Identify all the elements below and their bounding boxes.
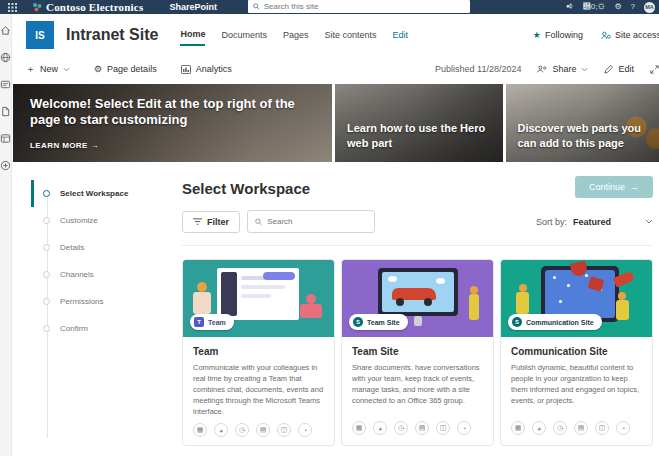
account-avatar[interactable]: MA [644,2,655,13]
new-button[interactable]: ＋ New [26,63,70,76]
home-icon[interactable] [0,24,11,36]
star-icon: ★ [533,30,541,40]
site-logo[interactable]: IS [26,21,54,49]
site-title: Intranet Site [66,26,158,44]
suite-search[interactable] [248,0,470,13]
analytics-button[interactable]: Analytics [181,64,232,74]
news-icon[interactable] [0,78,11,90]
checklist-icon[interactable]: ▤ [574,421,588,435]
brand-name: Contoso Electronics [46,1,143,13]
card-team[interactable]: T Team Team Communicate with your collea… [182,259,335,446]
history-icon[interactable]: ◷ [235,423,249,437]
card-title: Communication Site [511,346,642,357]
step-dot [43,190,50,197]
library-icon[interactable] [0,132,11,144]
pencil-icon [604,65,613,74]
team-badge: T Team [190,314,234,330]
step-label: Customize [60,216,98,225]
calendar-icon[interactable]: ▦ [511,421,525,435]
edit-button[interactable]: Edit [604,64,634,74]
filter-button[interactable]: Filter [182,211,240,233]
timer-icon[interactable]: ◔ [457,421,471,435]
analytics-icon [181,65,191,74]
step-select-workspace[interactable]: Select Workspace [31,180,156,207]
book-icon[interactable]: ◫ [277,423,291,437]
command-bar: ＋ New ⚙ Page details Analytics Published… [12,56,659,82]
nav-home[interactable]: Home [180,25,205,46]
share-label: Share [552,64,576,74]
card-communication-site[interactable]: S Communication Site Communication Site … [500,259,653,446]
nav-documents[interactable]: Documents [221,26,267,45]
page-icon[interactable] [0,105,11,117]
hero-webpart: Welcome! Select Edit at the top right of… [12,82,659,164]
history-icon[interactable]: ◷ [553,421,567,435]
sharepoint-icon: S [353,317,363,327]
chevron-down-icon [63,67,70,72]
share-button[interactable]: Share [537,64,588,74]
clock-icon[interactable]: ◕ [532,421,546,435]
hero-tile-discover-webparts[interactable]: Discover web parts you can add to this p… [506,84,659,162]
nav-edit[interactable]: Edit [393,26,409,45]
timer-icon[interactable]: ◔ [616,421,630,435]
expand-icon[interactable] [650,65,659,74]
card-feature-icons: ▦ ◕ ◷ ▤ ◫ ◔ [193,423,324,437]
site-header: IS Intranet Site Home Documents Pages Si… [12,14,659,56]
edit-label: Edit [618,64,634,74]
learn-more-link[interactable]: LEARN MORE → [30,141,99,150]
suite-search-input[interactable] [264,2,465,11]
announcement-icon[interactable]: 🕫 [566,3,574,11]
page-details-button[interactable]: ⚙ Page details [94,64,157,74]
clock-icon[interactable]: ◕ [373,421,387,435]
product-name[interactable]: SharePoint [169,2,217,12]
site-nav: Home Documents Pages Site contents Edit [180,25,408,46]
create-new-icon[interactable] [0,159,11,171]
brand[interactable]: Contoso Electronics [32,1,143,13]
sort-by-label: Sort by: [536,217,567,227]
card-team-site[interactable]: S Team Site Team Site Share documents, h… [341,259,494,446]
contoso-logo-icon [32,2,42,12]
workspace-search[interactable] [247,210,375,233]
workspace-cards: T Team Team Communicate with your collea… [182,259,653,446]
nav-pages[interactable]: Pages [283,26,309,45]
calendar-icon[interactable]: ▦ [193,423,207,437]
filter-icon [193,218,202,226]
nav-site-contents[interactable]: Site contents [325,26,377,45]
settings-gear-icon[interactable]: ⚙ [614,3,621,11]
step-label: Channels [60,270,94,279]
hero-tile-welcome[interactable]: Welcome! Select Edit at the top right of… [13,84,332,162]
wizard-steps: Select Workspace Customize Details Chann… [34,176,156,456]
checklist-icon[interactable]: ▤ [256,423,270,437]
timer-icon[interactable]: ◔ [298,423,312,437]
step-channels[interactable]: Channels [34,261,156,288]
help-icon[interactable]: ? [631,3,635,11]
workspace-wizard: Select Workspace Customize Details Chann… [12,164,659,456]
checklist-icon[interactable]: ▤ [415,421,429,435]
arrow-right-icon: → [90,141,98,150]
clock-icon[interactable]: ◕ [214,423,228,437]
page-title: Select Workspace [182,176,310,197]
app-launcher-icon[interactable] [0,3,24,12]
team-site-illustration: S Team Site [342,260,493,337]
workspace-search-input[interactable] [267,217,367,226]
person-settings-icon[interactable]: ὎0;⚙ [583,3,606,11]
badge-label: Communication Site [526,319,594,326]
gear-icon: ⚙ [94,64,102,74]
history-icon[interactable]: ◷ [394,421,408,435]
globe-icon[interactable] [0,51,11,63]
book-icon[interactable]: ◫ [436,421,450,435]
book-icon[interactable]: ◫ [595,421,609,435]
step-details[interactable]: Details [34,234,156,261]
step-confirm[interactable]: Confirm [34,315,156,342]
team-site-badge: S Team Site [349,314,408,330]
following-button[interactable]: ★ Following [533,30,583,40]
continue-button[interactable]: Continue → [575,176,653,198]
badge-label: Team [208,319,226,326]
site-access-button[interactable]: Site access [601,30,659,40]
search-icon [255,218,262,226]
calendar-icon[interactable]: ▦ [352,421,366,435]
step-customize[interactable]: Customize [34,207,156,234]
hero-tile-learn-hero[interactable]: Learn how to use the Hero web part [335,84,503,162]
step-permissions[interactable]: Permissions [34,288,156,315]
sort-by-dropdown[interactable]: Sort by: Featured [536,217,653,227]
hero-title: Welcome! Select Edit at the top right of… [30,96,312,129]
